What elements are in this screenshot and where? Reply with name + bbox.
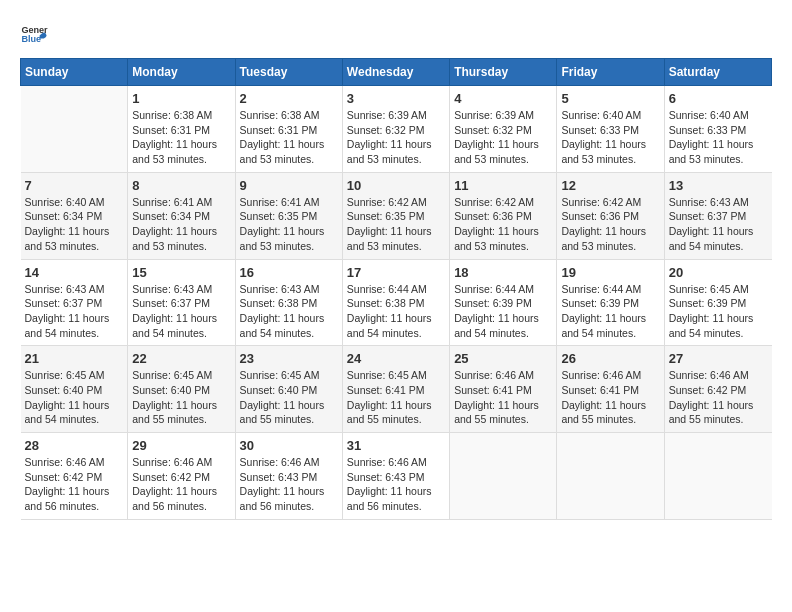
- day-number: 18: [454, 265, 552, 280]
- calendar-week-2: 7Sunrise: 6:40 AMSunset: 6:34 PMDaylight…: [21, 172, 772, 259]
- calendar-cell: 1Sunrise: 6:38 AMSunset: 6:31 PMDaylight…: [128, 86, 235, 173]
- day-number: 13: [669, 178, 768, 193]
- day-number: 29: [132, 438, 230, 453]
- calendar-cell: 30Sunrise: 6:46 AMSunset: 6:43 PMDayligh…: [235, 433, 342, 520]
- day-number: 26: [561, 351, 659, 366]
- svg-text:Blue: Blue: [21, 34, 41, 44]
- day-info: Sunrise: 6:43 AMSunset: 6:37 PMDaylight:…: [25, 282, 124, 341]
- calendar-cell: 12Sunrise: 6:42 AMSunset: 6:36 PMDayligh…: [557, 172, 664, 259]
- day-info: Sunrise: 6:40 AMSunset: 6:33 PMDaylight:…: [561, 108, 659, 167]
- calendar-cell: 9Sunrise: 6:41 AMSunset: 6:35 PMDaylight…: [235, 172, 342, 259]
- day-info: Sunrise: 6:44 AMSunset: 6:39 PMDaylight:…: [561, 282, 659, 341]
- calendar-cell: 4Sunrise: 6:39 AMSunset: 6:32 PMDaylight…: [450, 86, 557, 173]
- calendar-cell: 6Sunrise: 6:40 AMSunset: 6:33 PMDaylight…: [664, 86, 771, 173]
- calendar-cell: 13Sunrise: 6:43 AMSunset: 6:37 PMDayligh…: [664, 172, 771, 259]
- weekday-header-wednesday: Wednesday: [342, 59, 449, 86]
- weekday-header-monday: Monday: [128, 59, 235, 86]
- day-number: 14: [25, 265, 124, 280]
- day-number: 24: [347, 351, 445, 366]
- calendar-cell: 19Sunrise: 6:44 AMSunset: 6:39 PMDayligh…: [557, 259, 664, 346]
- day-info: Sunrise: 6:40 AMSunset: 6:33 PMDaylight:…: [669, 108, 768, 167]
- day-info: Sunrise: 6:43 AMSunset: 6:37 PMDaylight:…: [669, 195, 768, 254]
- day-info: Sunrise: 6:45 AMSunset: 6:41 PMDaylight:…: [347, 368, 445, 427]
- day-number: 21: [25, 351, 124, 366]
- day-number: 6: [669, 91, 768, 106]
- day-info: Sunrise: 6:44 AMSunset: 6:39 PMDaylight:…: [454, 282, 552, 341]
- calendar-cell: 8Sunrise: 6:41 AMSunset: 6:34 PMDaylight…: [128, 172, 235, 259]
- weekday-header-row: SundayMondayTuesdayWednesdayThursdayFrid…: [21, 59, 772, 86]
- day-info: Sunrise: 6:40 AMSunset: 6:34 PMDaylight:…: [25, 195, 124, 254]
- day-info: Sunrise: 6:44 AMSunset: 6:38 PMDaylight:…: [347, 282, 445, 341]
- day-info: Sunrise: 6:42 AMSunset: 6:36 PMDaylight:…: [454, 195, 552, 254]
- calendar-cell: 5Sunrise: 6:40 AMSunset: 6:33 PMDaylight…: [557, 86, 664, 173]
- day-info: Sunrise: 6:46 AMSunset: 6:42 PMDaylight:…: [25, 455, 124, 514]
- calendar-cell: [557, 433, 664, 520]
- day-number: 30: [240, 438, 338, 453]
- weekday-header-thursday: Thursday: [450, 59, 557, 86]
- day-number: 28: [25, 438, 124, 453]
- day-number: 10: [347, 178, 445, 193]
- calendar-cell: 21Sunrise: 6:45 AMSunset: 6:40 PMDayligh…: [21, 346, 128, 433]
- day-number: 2: [240, 91, 338, 106]
- calendar-cell: 31Sunrise: 6:46 AMSunset: 6:43 PMDayligh…: [342, 433, 449, 520]
- day-info: Sunrise: 6:45 AMSunset: 6:40 PMDaylight:…: [240, 368, 338, 427]
- day-info: Sunrise: 6:41 AMSunset: 6:34 PMDaylight:…: [132, 195, 230, 254]
- day-number: 9: [240, 178, 338, 193]
- calendar-cell: 25Sunrise: 6:46 AMSunset: 6:41 PMDayligh…: [450, 346, 557, 433]
- day-info: Sunrise: 6:46 AMSunset: 6:43 PMDaylight:…: [240, 455, 338, 514]
- day-info: Sunrise: 6:42 AMSunset: 6:35 PMDaylight:…: [347, 195, 445, 254]
- day-info: Sunrise: 6:46 AMSunset: 6:42 PMDaylight:…: [132, 455, 230, 514]
- day-number: 11: [454, 178, 552, 193]
- day-info: Sunrise: 6:39 AMSunset: 6:32 PMDaylight:…: [454, 108, 552, 167]
- calendar-cell: 7Sunrise: 6:40 AMSunset: 6:34 PMDaylight…: [21, 172, 128, 259]
- calendar-week-4: 21Sunrise: 6:45 AMSunset: 6:40 PMDayligh…: [21, 346, 772, 433]
- day-info: Sunrise: 6:46 AMSunset: 6:42 PMDaylight:…: [669, 368, 768, 427]
- calendar-cell: 29Sunrise: 6:46 AMSunset: 6:42 PMDayligh…: [128, 433, 235, 520]
- weekday-header-saturday: Saturday: [664, 59, 771, 86]
- day-number: 12: [561, 178, 659, 193]
- calendar-cell: 11Sunrise: 6:42 AMSunset: 6:36 PMDayligh…: [450, 172, 557, 259]
- day-number: 27: [669, 351, 768, 366]
- day-number: 4: [454, 91, 552, 106]
- calendar-cell: 24Sunrise: 6:45 AMSunset: 6:41 PMDayligh…: [342, 346, 449, 433]
- day-info: Sunrise: 6:45 AMSunset: 6:40 PMDaylight:…: [132, 368, 230, 427]
- calendar-cell: 10Sunrise: 6:42 AMSunset: 6:35 PMDayligh…: [342, 172, 449, 259]
- weekday-header-tuesday: Tuesday: [235, 59, 342, 86]
- day-info: Sunrise: 6:43 AMSunset: 6:37 PMDaylight:…: [132, 282, 230, 341]
- calendar-cell: [664, 433, 771, 520]
- day-info: Sunrise: 6:43 AMSunset: 6:38 PMDaylight:…: [240, 282, 338, 341]
- day-number: 1: [132, 91, 230, 106]
- calendar-cell: 2Sunrise: 6:38 AMSunset: 6:31 PMDaylight…: [235, 86, 342, 173]
- day-number: 17: [347, 265, 445, 280]
- day-info: Sunrise: 6:38 AMSunset: 6:31 PMDaylight:…: [240, 108, 338, 167]
- day-info: Sunrise: 6:46 AMSunset: 6:41 PMDaylight:…: [561, 368, 659, 427]
- weekday-header-friday: Friday: [557, 59, 664, 86]
- calendar-cell: 27Sunrise: 6:46 AMSunset: 6:42 PMDayligh…: [664, 346, 771, 433]
- calendar-cell: 18Sunrise: 6:44 AMSunset: 6:39 PMDayligh…: [450, 259, 557, 346]
- calendar-cell: 23Sunrise: 6:45 AMSunset: 6:40 PMDayligh…: [235, 346, 342, 433]
- weekday-header-sunday: Sunday: [21, 59, 128, 86]
- day-info: Sunrise: 6:39 AMSunset: 6:32 PMDaylight:…: [347, 108, 445, 167]
- day-number: 31: [347, 438, 445, 453]
- day-info: Sunrise: 6:38 AMSunset: 6:31 PMDaylight:…: [132, 108, 230, 167]
- logo-icon: General Blue: [20, 20, 48, 48]
- day-info: Sunrise: 6:45 AMSunset: 6:40 PMDaylight:…: [25, 368, 124, 427]
- day-info: Sunrise: 6:46 AMSunset: 6:43 PMDaylight:…: [347, 455, 445, 514]
- day-info: Sunrise: 6:45 AMSunset: 6:39 PMDaylight:…: [669, 282, 768, 341]
- day-number: 25: [454, 351, 552, 366]
- day-number: 15: [132, 265, 230, 280]
- calendar-cell: 17Sunrise: 6:44 AMSunset: 6:38 PMDayligh…: [342, 259, 449, 346]
- day-number: 3: [347, 91, 445, 106]
- page-header: General Blue: [20, 20, 772, 48]
- day-number: 7: [25, 178, 124, 193]
- calendar-week-3: 14Sunrise: 6:43 AMSunset: 6:37 PMDayligh…: [21, 259, 772, 346]
- calendar-cell: [450, 433, 557, 520]
- calendar-week-5: 28Sunrise: 6:46 AMSunset: 6:42 PMDayligh…: [21, 433, 772, 520]
- day-number: 19: [561, 265, 659, 280]
- calendar-cell: 28Sunrise: 6:46 AMSunset: 6:42 PMDayligh…: [21, 433, 128, 520]
- calendar-cell: 26Sunrise: 6:46 AMSunset: 6:41 PMDayligh…: [557, 346, 664, 433]
- calendar-cell: 3Sunrise: 6:39 AMSunset: 6:32 PMDaylight…: [342, 86, 449, 173]
- day-info: Sunrise: 6:42 AMSunset: 6:36 PMDaylight:…: [561, 195, 659, 254]
- day-number: 22: [132, 351, 230, 366]
- day-number: 8: [132, 178, 230, 193]
